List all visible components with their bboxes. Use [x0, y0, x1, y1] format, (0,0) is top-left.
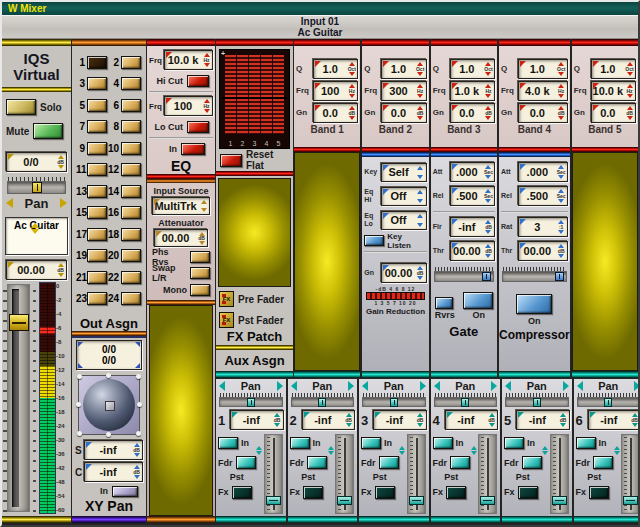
aux-fdr-button[interactable] [236, 456, 256, 469]
out-assign-button-3[interactable] [121, 77, 141, 90]
aux-in-button[interactable] [504, 437, 524, 449]
aux-fader-handle[interactable] [409, 496, 424, 505]
spin-down-icon[interactable] [346, 423, 352, 427]
aux-in-button[interactable] [576, 437, 596, 449]
out-assign-button-12[interactable] [87, 185, 107, 198]
spin-down-icon[interactable] [417, 276, 423, 280]
out-assign-button-18[interactable] [87, 249, 107, 262]
aux-level-spinner[interactable]: -inf dB [445, 410, 499, 430]
xy-corner-icon[interactable] [78, 342, 83, 347]
aux-fader[interactable] [407, 434, 426, 514]
aux-level-spinner[interactable]: -inf dB [373, 410, 427, 430]
comp-on-button[interactable] [516, 294, 552, 314]
pan-left-icon[interactable] [6, 198, 13, 208]
spin-down-icon[interactable] [204, 109, 210, 113]
aux-in-button[interactable] [433, 437, 453, 449]
phs-rvs-button[interactable] [190, 251, 210, 263]
aux-pan-handle[interactable] [461, 398, 469, 407]
fader-nudge-down-icon[interactable] [31, 229, 39, 234]
aux-level-spinner[interactable]: -inf dB [302, 410, 356, 430]
spin-down-icon[interactable] [558, 72, 564, 76]
aux-pan-handle[interactable] [604, 398, 612, 407]
aux-fader-handle[interactable] [480, 496, 495, 505]
aux-fader[interactable] [335, 434, 354, 514]
band1-frq-spinner[interactable]: 100Hz [313, 81, 358, 101]
aux-fader[interactable] [478, 434, 497, 514]
aux-pan-handle[interactable] [318, 398, 326, 407]
spin-down-icon[interactable] [485, 175, 491, 179]
dropdown-up-icon[interactable] [417, 166, 423, 170]
out-assign-button-15[interactable] [121, 206, 141, 219]
aux-fader[interactable] [621, 434, 640, 514]
spin-down-icon[interactable] [558, 254, 564, 258]
spin-down-icon[interactable] [558, 94, 564, 98]
aux-fader[interactable] [550, 434, 569, 514]
key-source-dropdown[interactable]: Self [381, 163, 426, 182]
spin-down-icon[interactable] [417, 423, 423, 427]
aux-nudge-down-icon[interactable] [542, 451, 548, 455]
spin-down-icon[interactable] [485, 72, 491, 76]
eq-graph[interactable]: + 12345 [219, 49, 290, 149]
solo-button[interactable] [6, 99, 36, 115]
out-assign-button-21[interactable] [121, 271, 141, 284]
gate-slider-handle[interactable] [482, 272, 491, 281]
aux-pan-right-icon[interactable] [420, 381, 426, 391]
spin-down-icon[interactable] [274, 423, 280, 427]
spin-down-icon[interactable] [627, 94, 633, 98]
aux-pan-left-icon[interactable] [577, 381, 583, 391]
key-gain-spinner[interactable]: 00.00dB [381, 263, 426, 283]
aux-pan-handle[interactable] [533, 398, 541, 407]
gate-release-spinner[interactable]: .500Sec [450, 186, 495, 206]
aux-fx-button[interactable] [232, 486, 252, 499]
aux-fdr-button[interactable] [522, 456, 542, 469]
spin-down-icon[interactable] [627, 116, 633, 120]
channel-fader[interactable] [7, 284, 30, 512]
aux-fdr-button[interactable] [379, 456, 399, 469]
aux-pan-right-icon[interactable] [491, 381, 497, 391]
fx-pre-icon[interactable]: FX [219, 291, 234, 307]
aux-level-spinner[interactable]: -inf dB [588, 410, 640, 430]
aux-nudge-down-icon[interactable] [399, 451, 405, 455]
aux-fx-button[interactable] [375, 486, 395, 499]
out-assign-button-16[interactable] [87, 228, 107, 241]
spin-down-icon[interactable] [199, 241, 205, 245]
reset-flat-button[interactable] [220, 154, 242, 167]
aux-fader-handle[interactable] [623, 496, 638, 505]
band5-gn-spinner[interactable]: 0.0dB [591, 103, 636, 123]
out-assign-button-6[interactable] [87, 120, 107, 133]
dropdown-up-icon[interactable] [417, 190, 423, 194]
band1-gn-spinner[interactable]: 0.0dB [313, 103, 358, 123]
out-assign-button-20[interactable] [87, 271, 107, 284]
joystick-ball[interactable] [83, 379, 135, 431]
spin-down-icon[interactable] [349, 72, 355, 76]
aux-pan-slider[interactable] [291, 397, 355, 407]
swap-lr-button[interactable] [190, 267, 210, 279]
aux-nudge-up-icon[interactable] [542, 446, 548, 450]
out-assign-button-23[interactable] [121, 292, 141, 305]
spin-down-icon[interactable] [134, 453, 140, 457]
band3-frq-spinner[interactable]: 1.0 kHz [450, 81, 495, 101]
spin-down-icon[interactable] [485, 94, 491, 98]
spin-down-icon[interactable] [134, 475, 140, 479]
aux-pan-left-icon[interactable] [362, 381, 368, 391]
aux-pan-slider[interactable] [434, 397, 498, 407]
comp-attack-spinner[interactable]: .000Sec [518, 162, 568, 182]
fx-pst-icon[interactable]: FX [219, 312, 234, 328]
pan-right-icon[interactable] [60, 198, 67, 208]
band4-gn-spinner[interactable]: 0.0dB [518, 103, 568, 123]
aux-nudge-down-icon[interactable] [471, 451, 477, 455]
spin-down-icon[interactable] [489, 423, 495, 427]
aux-fx-button[interactable] [303, 486, 323, 499]
out-assign-button-13[interactable] [121, 185, 141, 198]
hi-cut-freq-spinner[interactable]: 10.0 k Hz [164, 50, 213, 70]
aux-pan-slider[interactable] [505, 397, 569, 407]
aux-level-spinner[interactable]: -inf dB [516, 410, 570, 430]
aux-fader[interactable] [264, 434, 283, 514]
aux-nudge-down-icon[interactable] [328, 451, 334, 455]
out-assign-button-0[interactable] [87, 56, 107, 69]
out-assign-button-9[interactable] [121, 142, 141, 155]
comp-release-spinner[interactable]: .500Sec [518, 186, 568, 206]
lo-cut-button[interactable] [187, 121, 209, 133]
band3-gn-spinner[interactable]: 0.0dB [450, 103, 495, 123]
aux-fx-button[interactable] [446, 486, 466, 499]
